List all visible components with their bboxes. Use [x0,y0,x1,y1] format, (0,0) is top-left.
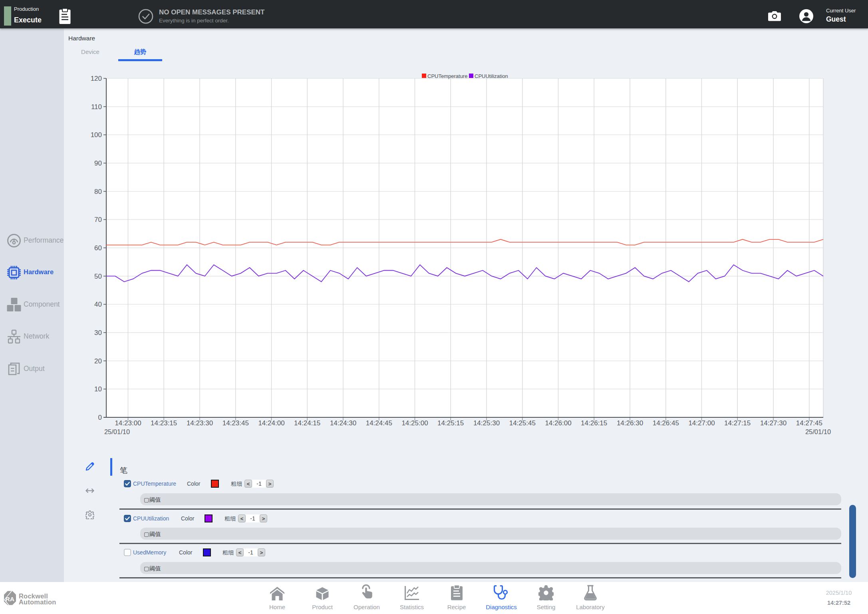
svg-text:50: 50 [94,273,102,280]
svg-text:14:23:15: 14:23:15 [151,419,177,427]
svg-text:10: 10 [94,385,102,393]
svg-text:CPUTemperature: CPUTemperature [427,73,467,79]
svg-text:25/01/10: 25/01/10 [104,428,130,435]
svg-text:80: 80 [94,188,102,195]
svg-text:100: 100 [91,131,102,139]
svg-text:90: 90 [94,159,102,167]
svg-text:14:26:45: 14:26:45 [653,419,679,427]
svg-text:RA: RA [6,596,14,602]
svg-text:120: 120 [91,75,102,82]
svg-text:14:24:30: 14:24:30 [330,419,356,427]
svg-text:14:26:00: 14:26:00 [545,419,571,427]
svg-text:14:23:30: 14:23:30 [187,419,213,427]
svg-text:14:27:00: 14:27:00 [688,419,715,427]
svg-text:14:26:15: 14:26:15 [581,419,607,427]
svg-text:70: 70 [94,216,102,223]
svg-text:14:27:15: 14:27:15 [724,419,751,427]
svg-text:14:24:45: 14:24:45 [366,419,392,427]
svg-text:14:24:00: 14:24:00 [258,419,284,427]
svg-text:14:24:15: 14:24:15 [294,419,320,427]
svg-text:40: 40 [94,301,102,308]
svg-text:14:26:30: 14:26:30 [617,419,643,427]
svg-text:14:25:30: 14:25:30 [473,419,500,427]
svg-text:CPUUtilization: CPUUtilization [475,73,508,79]
svg-text:14:27:30: 14:27:30 [760,419,787,427]
svg-text:60: 60 [94,244,102,252]
svg-text:14:25:00: 14:25:00 [401,419,428,427]
svg-text:30: 30 [94,329,102,337]
svg-text:0: 0 [98,414,102,421]
svg-text:14:27:45: 14:27:45 [796,419,822,427]
svg-text:14:23:00: 14:23:00 [115,419,141,427]
svg-text:25/01/10: 25/01/10 [805,428,831,435]
svg-text:110: 110 [91,103,102,111]
svg-text:14:25:45: 14:25:45 [509,419,536,427]
svg-text:20: 20 [94,357,102,365]
svg-text:14:25:15: 14:25:15 [437,419,464,427]
svg-text:14:23:45: 14:23:45 [222,419,249,427]
